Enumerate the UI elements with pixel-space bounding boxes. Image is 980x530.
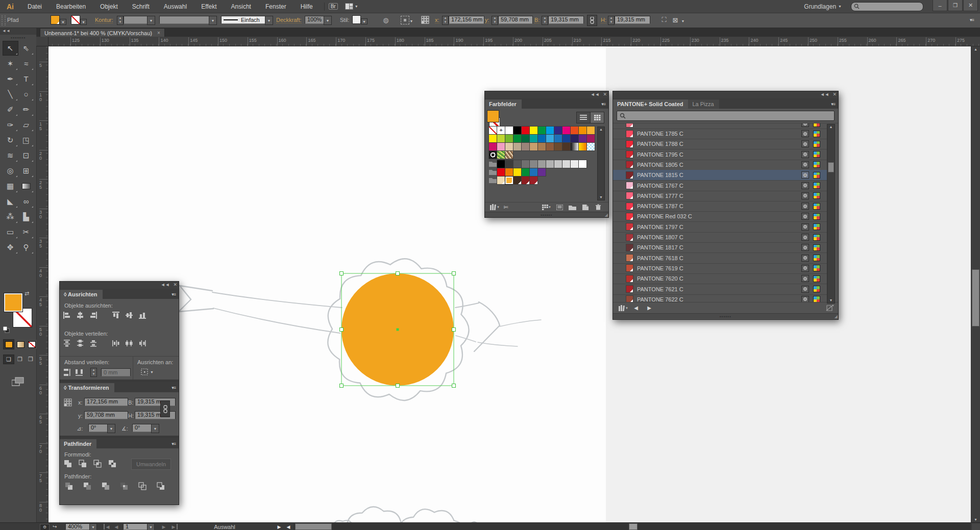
distribute-left-button[interactable]: [112, 339, 120, 347]
swatches-tab[interactable]: Farbfelder: [485, 99, 522, 109]
pantone-row[interactable]: PANTONE 7622 C: [613, 294, 827, 302]
swatch[interactable]: [579, 160, 586, 168]
pencil-tool[interactable]: ✏: [18, 102, 34, 117]
spot-color-icon[interactable]: [801, 244, 809, 251]
swatch[interactable]: [513, 176, 521, 184]
transform-panel-menu-icon[interactable]: ▾≡: [172, 385, 176, 390]
pantone-row[interactable]: PANTONE 1787 C: [613, 201, 827, 212]
color-mode-icon[interactable]: [813, 265, 820, 271]
pantone-row[interactable]: PANTONE 7618 C: [613, 253, 827, 264]
distribute-top-button[interactable]: [63, 339, 71, 347]
eyedropper-tool[interactable]: ◣: [3, 194, 18, 209]
preview-toggle-icon[interactable]: ⚙: [40, 524, 50, 530]
width-tool[interactable]: ≋: [3, 148, 18, 163]
swatch[interactable]: [579, 143, 586, 150]
pathfinder-tab[interactable]: Pathfinder: [60, 439, 96, 448]
swatch[interactable]: [562, 143, 570, 150]
swatch[interactable]: [554, 127, 562, 134]
first-artboard-icon[interactable]: ◀: [104, 524, 111, 529]
crop-button[interactable]: [120, 482, 128, 490]
swatch[interactable]: [587, 127, 595, 134]
pantone-swatch[interactable]: [626, 172, 633, 179]
swatch[interactable]: [489, 127, 497, 134]
constrain-proportions-icon[interactable]: [160, 400, 170, 417]
pantone-swatch[interactable]: [626, 234, 633, 241]
swatches-panel-header[interactable]: ◄◄✕: [485, 91, 608, 98]
swatch-kinds-menu-icon[interactable]: ▼: [540, 205, 553, 210]
swatch[interactable]: [497, 176, 505, 184]
minus-back-button[interactable]: [157, 482, 165, 490]
swatch[interactable]: [522, 168, 529, 176]
color-mode-icon[interactable]: [813, 223, 820, 230]
eraser-tool[interactable]: ▱: [18, 117, 34, 132]
shape-builder-tool[interactable]: ◎: [3, 163, 18, 178]
merge-button[interactable]: [102, 482, 110, 490]
align-right-button[interactable]: [89, 311, 97, 319]
close-panel-icon[interactable]: ✕: [832, 92, 837, 97]
pantone-swatch[interactable]: [626, 255, 633, 261]
pantone-swatch[interactable]: [626, 286, 633, 292]
transform-icon[interactable]: ⛶: [659, 16, 669, 24]
pantone-row[interactable]: PANTONE 7620 C: [613, 273, 827, 284]
document-setup-icon[interactable]: ◍: [382, 16, 390, 24]
swatch[interactable]: [505, 151, 513, 159]
blend-tool[interactable]: ∞: [18, 194, 34, 209]
zoom-tool[interactable]: ⚲: [18, 240, 34, 255]
pantone-row[interactable]: PANTONE 1785 C: [613, 129, 827, 139]
style-dropdown[interactable]: ▼: [361, 18, 368, 24]
line-segment-tool[interactable]: ╲: [3, 87, 18, 102]
close-panel-icon[interactable]: ✕: [173, 282, 177, 287]
pantone-row[interactable]: PANTONE 1817 C: [613, 242, 827, 253]
bridge-button[interactable]: Br: [329, 3, 338, 10]
pantone-swatch[interactable]: [626, 192, 633, 199]
swatch[interactable]: [571, 143, 578, 150]
spot-color-icon[interactable]: [801, 213, 809, 220]
artboard-tool[interactable]: ▭: [3, 224, 18, 239]
swatch[interactable]: [562, 160, 570, 168]
vertical-ruler[interactable]: 5 1​0 1​5 2​0 2​5 3​0 3​5 4​0 4​5 5​0 5​…: [36, 46, 48, 522]
stroke-weight-stepper[interactable]: ▲▼: [117, 16, 124, 25]
x-label[interactable]: x:: [435, 17, 439, 23]
align-top-button[interactable]: [112, 311, 120, 319]
zoom-level-dropdown[interactable]: ▼: [89, 523, 97, 530]
status-expand-icon[interactable]: ▶: [276, 524, 282, 529]
fill-proxy-swatch[interactable]: [4, 293, 22, 312]
color-mode-icon[interactable]: [813, 275, 820, 282]
edit-colors-icon[interactable]: ✄: [500, 204, 511, 211]
spot-color-icon[interactable]: [801, 203, 809, 210]
hscroll-left-arrow-icon[interactable]: ◀: [285, 524, 291, 529]
delete-swatch-icon[interactable]: [592, 204, 604, 210]
swatch[interactable]: [489, 151, 497, 159]
next-artboard-icon[interactable]: ▶: [161, 524, 167, 529]
swatch[interactable]: [579, 127, 586, 134]
swatches-fill-proxy[interactable]: [487, 111, 499, 122]
swatch[interactable]: [489, 135, 497, 142]
spot-color-icon[interactable]: [801, 192, 809, 199]
gradient-mode-button[interactable]: [15, 340, 26, 349]
swap-fill-stroke-icon[interactable]: ⇄: [24, 290, 29, 297]
spot-color-icon[interactable]: [801, 296, 809, 302]
align-to-dropdown[interactable]: ▼: [140, 368, 154, 376]
swatch[interactable]: [571, 127, 578, 134]
distribute-right-button[interactable]: [138, 339, 146, 347]
pantone-row[interactable]: PANTONE 1777 C: [613, 191, 827, 201]
horizontal-spacing-button[interactable]: [75, 368, 83, 376]
color-mode-icon[interactable]: [813, 172, 820, 179]
pantone-resize-grip[interactable]: ▪▪▪▪▪▪: [720, 314, 731, 319]
swatch-options-icon[interactable]: [553, 205, 566, 210]
align-left-button[interactable]: [63, 311, 71, 319]
draw-normal-mode-icon[interactable]: ❏: [3, 355, 14, 364]
pantone-row[interactable]: PANTONE Red 032 C: [613, 211, 827, 222]
stroke-weight-label[interactable]: Kontur:: [95, 17, 113, 23]
swatch[interactable]: [587, 135, 595, 142]
swatch[interactable]: [505, 160, 513, 168]
swatch[interactable]: [530, 168, 537, 176]
swatch[interactable]: [538, 160, 546, 168]
draw-behind-mode-icon[interactable]: ❐: [15, 355, 25, 364]
swatch[interactable]: [513, 127, 521, 134]
distribute-vertical-center-button[interactable]: [76, 339, 84, 347]
opacity-label[interactable]: Deckkraft:: [276, 17, 302, 23]
add-to-swatches-disabled-icon[interactable]: [826, 305, 834, 311]
swatch[interactable]: [505, 143, 513, 150]
swatch[interactable]: [513, 160, 521, 168]
